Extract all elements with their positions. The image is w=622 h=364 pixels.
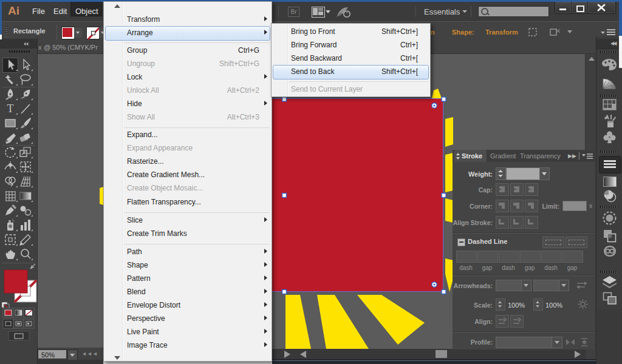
svg-text:T: T: [7, 103, 14, 115]
